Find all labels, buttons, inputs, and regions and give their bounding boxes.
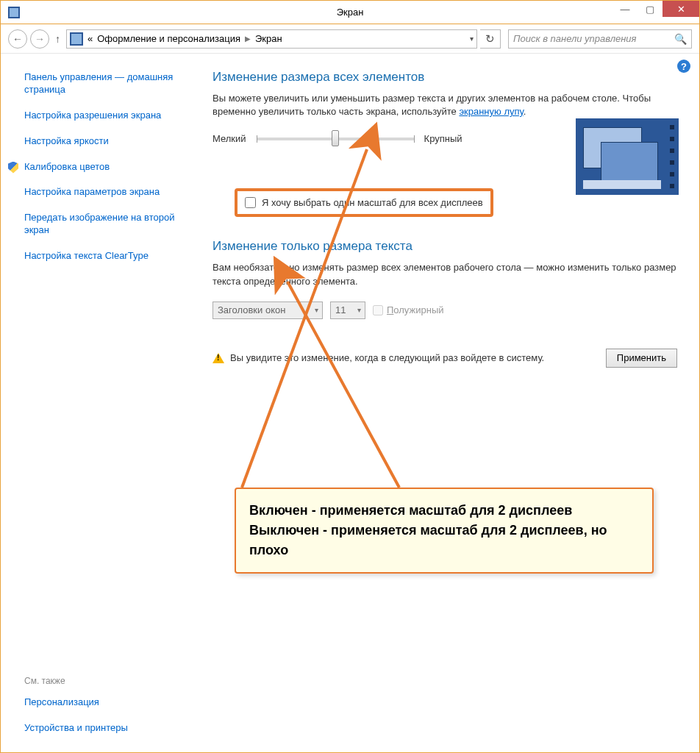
monitor-illustration [576,118,679,195]
app-icon [8,7,20,18]
text-size-controls: Заголовки окон 11 Полужирный [213,301,677,319]
desc-resize-all: Вы можете увеличить или уменьшить размер… [213,92,677,118]
bold-checkbox [373,305,383,315]
refresh-icon: ↻ [485,32,495,46]
search-box[interactable]: 🔍 [508,29,692,49]
single-scale-label: Я хочу выбрать один масштаб для всех дис… [262,197,483,208]
navbar: ← → ↑ « Оформление и персонализация ▶ Эк… [1,24,699,54]
titlebar: Экран — ▢ ✕ [1,1,699,24]
display-icon [70,32,83,46]
main-content: Изменение размера всех элементов Вы може… [208,54,699,752]
see-also-section: См. также Персонализация Устройства и пр… [24,676,195,739]
slider-min-label: Мелкий [213,133,246,144]
body: ? Панель управления — домашняя страница … [1,54,699,752]
see-also-header: См. также [24,676,195,686]
maximize-button[interactable]: ▢ [638,1,662,17]
sidebar-item-cleartype[interactable]: Настройка текста ClearType [24,250,195,263]
window-title: Экран [337,7,364,18]
warning-icon [213,353,224,363]
bold-label: Полужирный [387,304,444,315]
single-scale-callout: Я хочу выбрать один масштаб для всех дис… [235,188,493,217]
refresh-button[interactable]: ↻ [480,29,501,49]
window: Экран — ▢ ✕ ← → ↑ « Оформление и персона… [0,0,700,753]
breadcrumb-sep: « [88,33,93,44]
back-button[interactable]: ← [8,29,27,49]
arrow-left-icon: ← [12,33,23,45]
see-also-devices[interactable]: Устройства и принтеры [24,722,195,735]
sidebar-item-project[interactable]: Передать изображение на второй экран [24,212,195,237]
breadcrumb-2[interactable]: Экран [255,33,282,44]
apply-button[interactable]: Применить [606,349,677,368]
sidebar: Панель управления — домашняя страница На… [1,54,208,752]
chevron-down-icon[interactable]: ▾ [470,35,474,43]
annotation-box: Включен - применяется масштаб для 2 дисп… [235,488,654,574]
address-bar[interactable]: « Оформление и персонализация ▶ Экран ▾ [66,29,477,49]
breadcrumb-1[interactable]: Оформление и персонализация [97,33,240,44]
warning-row: Вы увидите это изменение, когда в следую… [213,349,677,368]
arrow-right-icon: → [35,33,45,45]
search-icon[interactable]: 🔍 [674,33,687,45]
sidebar-item-home[interactable]: Панель управления — домашняя страница [24,71,195,96]
slider-thumb[interactable] [332,130,339,146]
sidebar-item-calibrate[interactable]: Калибровка цветов [24,161,195,174]
heading-resize-all: Изменение размера всех элементов [213,70,677,85]
element-select[interactable]: Заголовки окон [213,301,323,319]
chevron-right-icon: ▶ [245,35,251,43]
magnifier-link[interactable]: экранную лупу [459,106,523,117]
search-input[interactable] [513,33,674,44]
close-button[interactable]: ✕ [662,1,699,17]
window-controls: — ▢ ✕ [612,1,699,24]
bold-checkbox-group: Полужирный [373,304,444,315]
arrow-up-icon: ↑ [55,33,60,45]
sidebar-item-resolution[interactable]: Настройка разрешения экрана [24,110,195,122]
font-size-select[interactable]: 11 [330,301,365,319]
sidebar-item-brightness[interactable]: Настройка яркости [24,135,195,148]
annotation-off: Выключен - применяется масштаб для 2 дис… [249,521,639,560]
desc-text-only: Вам необязательно изменять размер всех э… [213,261,677,288]
sidebar-item-display-settings[interactable]: Настройка параметров экрана [24,186,195,199]
minimize-button[interactable]: — [612,1,638,17]
forward-button[interactable]: → [30,29,49,49]
warning-text: Вы увидите это изменение, когда в следую… [230,352,544,363]
single-scale-checkbox[interactable] [245,197,256,208]
slider-max-label: Крупный [424,133,463,144]
heading-text-only: Изменение только размера текста [213,239,677,254]
annotation-on: Включен - применяется масштаб для 2 дисп… [249,501,639,521]
see-also-personalization[interactable]: Персонализация [24,696,195,709]
up-button[interactable]: ↑ [55,33,60,45]
size-slider[interactable] [257,138,414,140]
